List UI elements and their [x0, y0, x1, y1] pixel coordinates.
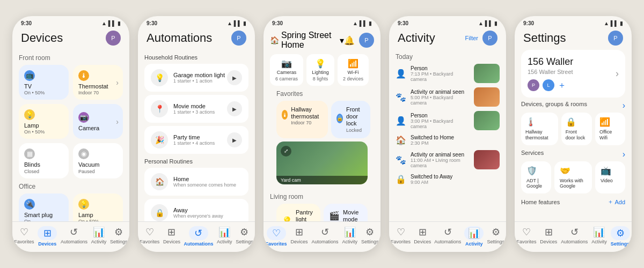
hallway-thermo-icon: 🌡 — [282, 110, 288, 120]
pantry-light-card[interactable]: 💡 Pantry light On • 50% — [276, 204, 320, 221]
nav-settings-1[interactable]: ⚙ Settings — [110, 226, 128, 247]
nav-devices-1[interactable]: ⊞ Devices — [38, 226, 57, 247]
office-lamp-card[interactable]: 💡 Lamp On • 50% — [73, 193, 123, 221]
auto-party[interactable]: 🎉 Party time 1 starter • 4 actions ▶ — [144, 126, 248, 154]
automations-nav: ♡ Favorites ⊞ Devices ↺ Automations 📊 Ac… — [138, 221, 255, 252]
home-features-header: Home features ＋ Add — [521, 198, 625, 206]
nav-activity-2[interactable]: 📊 Activity — [217, 226, 232, 247]
video-service[interactable]: 📺 Video — [595, 161, 625, 194]
nav-favorites-1[interactable]: ♡ Favorites — [14, 226, 34, 247]
blinds-card-1[interactable]: ▦ Blinds Closed — [19, 143, 69, 178]
smart-plug-name: Smart plug — [24, 212, 63, 219]
hallway-thermo-grid[interactable]: 🌡️ Hallway thermostat — [521, 113, 558, 145]
nav-automations-3[interactable]: ↺ Automations — [311, 226, 338, 247]
home-avatar[interactable]: P — [359, 33, 374, 48]
nav-automations-1[interactable]: ↺ Automations — [61, 226, 87, 247]
activity-text-4: Switched to Home 2:30 PM — [411, 135, 500, 146]
tv-card[interactable]: 📺 TV On • 50% — [19, 65, 69, 100]
nav-settings-2[interactable]: ⚙ Settings — [236, 226, 253, 247]
nav-automations-5[interactable]: ↺ Automations — [561, 226, 588, 247]
smart-plug-card[interactable]: 🔌 Smart plug On — [19, 193, 69, 221]
vacuum-card[interactable]: ◉ Vacuum Paused — [73, 143, 123, 178]
services-label: Services — [521, 150, 544, 159]
nav-settings-3[interactable]: ⚙ Settings — [361, 226, 379, 247]
activity-icon-5: 📊 — [593, 226, 605, 238]
hallway-thermo-card[interactable]: 🌡 Hallway thermostat Indoor 70 — [276, 101, 328, 138]
address-card[interactable]: 156 Waller 156 Waller Street P L ＋ › — [521, 50, 625, 98]
activity-item-1[interactable]: 👤 Person 7:13 PM • Backyard camera — [396, 64, 500, 83]
wifi-grid[interactable]: 📶 Office Wifi — [595, 113, 625, 145]
front-door-grid[interactable]: 🔒 Front door lock — [561, 113, 592, 145]
activity-avatar[interactable]: P — [482, 31, 497, 46]
auto-garage-detail: 1 starter • 1 action — [173, 78, 225, 84]
wifi-chip[interactable]: 📶 Wi-Fi 2 devices — [338, 54, 369, 86]
address-sub: 156 Waller Street — [528, 69, 573, 75]
services-title: Services › — [521, 150, 625, 159]
nav-settings-4[interactable]: ⚙ Settings — [487, 226, 504, 247]
lighting-chip-name: Lighting — [312, 70, 329, 75]
activity-item-5[interactable]: 🐾 Activity or animal seen 11:00 AM • Liv… — [396, 150, 500, 169]
front-door-inner: 🔒 Front door lock Locked — [336, 106, 365, 133]
cameras-chip[interactable]: 📷 Cameras 6 cameras — [270, 54, 303, 86]
movie-mode-card[interactable]: 🎬 Movie mode — [324, 204, 368, 221]
nav-devices-5[interactable]: ⊞ Devices — [540, 226, 557, 247]
nav-devices-2[interactable]: ⊞ Devices — [163, 226, 180, 247]
activity-event-4: Switched to Home — [411, 135, 500, 140]
auto-movie-detail: 1 starter • 3 actions — [173, 109, 215, 115]
auto-home[interactable]: 🏠 Home When someone comes home — [144, 168, 248, 196]
add-home-feature-btn[interactable]: ＋ Add — [608, 198, 625, 206]
front-door-card[interactable]: 🔒 Front door lock Locked — [331, 101, 370, 138]
nav-favorites-5[interactable]: ♡ Favorites — [516, 226, 536, 247]
nav-activity-4[interactable]: 📊 Activity — [464, 226, 484, 247]
address-main: 156 Waller — [528, 56, 573, 68]
auto-movie-play[interactable]: ▶ — [227, 101, 242, 116]
nav-automations-4[interactable]: ↺ Automations — [434, 226, 461, 247]
household-label: Household Routines — [144, 54, 248, 61]
devices-avatar[interactable]: P — [106, 31, 121, 46]
activity-title: Activity — [398, 31, 435, 45]
nav-favorites-3[interactable]: ♡ Favorites — [265, 226, 287, 247]
services-arrow[interactable]: › — [623, 150, 625, 159]
home-title[interactable]: 🏠 Spring Street Home ▾ — [270, 31, 344, 50]
blinds-icon-1: ▦ — [24, 148, 35, 159]
nav-activity-1[interactable]: 📊 Activity — [91, 226, 107, 247]
tv-icon: 📺 — [24, 70, 35, 81]
adt-service[interactable]: 🛡️ ADT | Google — [521, 161, 551, 194]
yard-cam-preview[interactable]: ⤢ Yard cam — [276, 142, 368, 184]
bell-icon[interactable]: 🔔 — [344, 35, 355, 46]
thermostat-card[interactable]: 🌡 Thermostat Indoor 70 › — [73, 65, 123, 100]
front-door-grid-name: Front door lock — [566, 129, 588, 141]
status-time-2: 9:30 — [147, 20, 157, 26]
automations-avatar[interactable]: P — [231, 31, 246, 46]
add-user-icon[interactable]: ＋ — [558, 80, 566, 91]
activity-time-6: 9:00 AM — [411, 180, 500, 185]
settings-scroll: 156 Waller 156 Waller Street P L ＋ › Dev… — [515, 50, 632, 221]
nav-activity-3[interactable]: 📊 Activity — [342, 226, 357, 247]
auto-garage[interactable]: 💡 Garage motion light 1 starter • 1 acti… — [144, 64, 248, 92]
nav-devices-4[interactable]: ⊞ Devices — [414, 226, 431, 247]
devices-groups-arrow[interactable]: › — [623, 101, 625, 110]
activity-label-5: Activity — [591, 239, 607, 244]
auto-away[interactable]: 🔒 Away When everyone's away — [144, 199, 248, 221]
auto-garage-play[interactable]: ▶ — [227, 70, 242, 85]
lighting-chip[interactable]: 💡 Lighting 8 lights — [306, 54, 334, 86]
lamp-card[interactable]: 💡 Lamp On • 50% — [19, 104, 69, 139]
nav-settings-5[interactable]: ⚙ Settings — [611, 226, 630, 247]
nav-activity-5[interactable]: 📊 Activity — [591, 226, 607, 247]
camera-card[interactable]: 📷 Camera › — [73, 104, 123, 139]
activity-item-2[interactable]: 🐾 Activity or animal seen 5:00 PM • Back… — [396, 87, 500, 107]
phone-home: 9:30 ▲ ▌▌ ▮ 🏠 Spring Street Home ▾ 🔔 P 📷… — [264, 16, 380, 252]
auto-party-play[interactable]: ▶ — [227, 132, 242, 147]
nav-devices-3[interactable]: ⊞ Devices — [290, 226, 308, 247]
hallway-thermo-grid-name: Hallway thermostat — [525, 129, 554, 141]
activity-item-3[interactable]: 👤 Person 3:00 PM • Backyard camera — [396, 111, 500, 130]
activity-icon-1: 📊 — [93, 226, 105, 238]
wifi-grid-icon: 📶 — [599, 117, 610, 127]
nav-automations-2[interactable]: ↺ Automations — [184, 226, 213, 247]
auto-movie[interactable]: 📍 Movie mode 1 starter • 3 actions ▶ — [144, 95, 248, 123]
nav-favorites-4[interactable]: ♡ Favorites — [391, 226, 411, 247]
filter-button[interactable]: Filter — [465, 35, 478, 41]
settings-avatar[interactable]: P — [608, 31, 623, 46]
nav-favorites-2[interactable]: ♡ Favorites — [140, 226, 159, 247]
works-with-service[interactable]: 🤝 Works with Google — [554, 161, 592, 194]
